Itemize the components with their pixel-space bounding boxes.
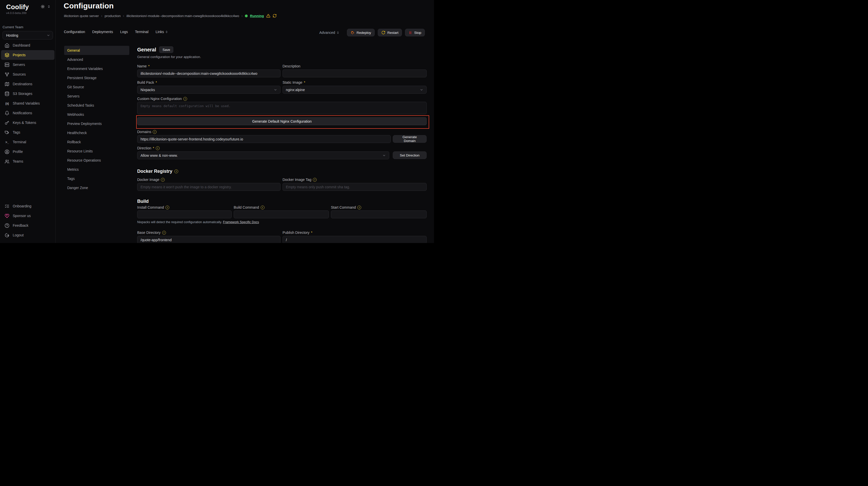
generate-nginx-config-button[interactable]: Generate Default Nginx Configuration bbox=[137, 117, 427, 125]
subnav-resource-limits[interactable]: Resource Limits bbox=[64, 147, 129, 156]
docker-registry-title: Docker Registry bbox=[137, 169, 178, 174]
info-icon[interactable] bbox=[174, 169, 178, 173]
direction-select[interactable]: Allow www & non-www. bbox=[137, 152, 389, 159]
build-command-input[interactable] bbox=[234, 210, 329, 218]
config-subnav: General Advanced Environment Variables P… bbox=[64, 46, 129, 192]
info-icon[interactable] bbox=[261, 205, 265, 209]
sidebar-item-servers[interactable]: Servers bbox=[0, 60, 56, 69]
users-icon bbox=[5, 159, 9, 164]
subnav-tags[interactable]: Tags bbox=[64, 174, 129, 183]
sidebar-item-tags[interactable]: Tags bbox=[0, 128, 56, 137]
info-icon[interactable] bbox=[165, 205, 169, 209]
sidebar-item-label: S3 Storages bbox=[13, 92, 32, 96]
sidebar-item-logout[interactable]: Logout bbox=[0, 230, 56, 240]
docker-image-tag-input[interactable] bbox=[283, 183, 427, 191]
subnav-advanced[interactable]: Advanced bbox=[64, 55, 129, 64]
sidebar-item-terminal[interactable]: >_ Terminal bbox=[0, 137, 56, 147]
sidebar-nav: Dashboard Projects Servers Sources Desti… bbox=[0, 40, 56, 166]
custom-nginx-textarea[interactable] bbox=[137, 102, 427, 114]
sidebar-item-feedback[interactable]: Feedback bbox=[0, 221, 56, 230]
tab-configuration[interactable]: Configuration bbox=[64, 30, 85, 34]
sidebar-item-s3-storages[interactable]: S3 Storages bbox=[0, 89, 56, 98]
heart-icon bbox=[5, 214, 9, 218]
subnav-healthcheck[interactable]: Healthcheck bbox=[64, 128, 129, 137]
sidebar-item-sponsor[interactable]: Sponsor us bbox=[0, 211, 56, 221]
sidebar-item-label: Servers bbox=[13, 63, 25, 67]
required-asterisk: * bbox=[156, 80, 157, 85]
info-icon[interactable] bbox=[153, 130, 157, 134]
sidebar-item-label: Sources bbox=[13, 72, 26, 76]
static-image-select[interactable]: nginx:alpine bbox=[283, 86, 427, 94]
sidebar-item-label: Tags bbox=[13, 130, 20, 134]
breadcrumb-project[interactable]: illicitonion quote server bbox=[64, 14, 99, 18]
theme-chevrons-icon[interactable] bbox=[48, 5, 51, 8]
info-icon[interactable] bbox=[162, 231, 166, 235]
domains-input[interactable] bbox=[137, 135, 391, 143]
info-icon[interactable] bbox=[183, 97, 187, 101]
sidebar-item-projects[interactable]: Projects bbox=[1, 50, 55, 60]
sidebar-item-keys-tokens[interactable]: Keys & Tokens bbox=[0, 118, 56, 128]
subnav-rollback[interactable]: Rollback bbox=[64, 137, 129, 147]
generate-domain-button[interactable]: Generate Domain bbox=[393, 135, 427, 143]
theme-sun-icon[interactable] bbox=[41, 5, 45, 9]
info-icon[interactable] bbox=[313, 178, 317, 182]
home-icon bbox=[5, 43, 9, 48]
publish-directory-input[interactable] bbox=[283, 236, 427, 243]
static-image-value: nginx:alpine bbox=[286, 88, 305, 92]
set-direction-button[interactable]: Set Direction bbox=[393, 152, 427, 159]
info-icon[interactable] bbox=[358, 205, 361, 209]
start-command-input[interactable] bbox=[331, 210, 427, 218]
install-command-input[interactable] bbox=[137, 210, 231, 218]
name-input[interactable] bbox=[137, 69, 280, 77]
sidebar-item-shared-variables[interactable]: (x) Shared Variables bbox=[0, 98, 56, 108]
subnav-git-source[interactable]: Git Source bbox=[64, 83, 129, 92]
bell-icon bbox=[5, 111, 9, 116]
custom-nginx-label: Custom Nginx Configuration bbox=[137, 97, 187, 101]
help-circle-icon bbox=[5, 223, 9, 228]
sidebar-item-destinations[interactable]: Destinations bbox=[0, 79, 56, 89]
sidebar-item-notifications[interactable]: Notifications bbox=[0, 108, 56, 118]
subnav-danger-zone[interactable]: Danger Zone bbox=[64, 183, 129, 192]
key-icon bbox=[5, 120, 9, 125]
info-icon[interactable] bbox=[161, 178, 165, 182]
coolify-app: Coolify v4.0.0-beta.399 Current Team Hos… bbox=[0, 0, 434, 243]
subnav-persistent-storage[interactable]: Persistent Storage bbox=[64, 73, 129, 83]
sidebar-item-dashboard[interactable]: Dashboard bbox=[0, 40, 56, 50]
subnav-webhooks[interactable]: Webhooks bbox=[64, 110, 129, 119]
build-pack-select[interactable]: Nixpacks bbox=[137, 86, 280, 94]
build-pack-label: Build Pack* bbox=[137, 80, 157, 85]
subnav-metrics[interactable]: Metrics bbox=[64, 165, 129, 174]
subnav-preview-deployments[interactable]: Preview Deployments bbox=[64, 119, 129, 128]
subnav-scheduled-tasks[interactable]: Scheduled Tasks bbox=[64, 101, 129, 110]
chevron-down-icon bbox=[46, 34, 50, 37]
docker-image-input[interactable] bbox=[137, 183, 280, 191]
page-title: Configuration bbox=[64, 2, 114, 10]
sidebar-item-sources[interactable]: Sources bbox=[0, 69, 56, 79]
sidebar-item-label: Sponsor us bbox=[13, 214, 31, 218]
subnav-environment-variables[interactable]: Environment Variables bbox=[64, 64, 129, 73]
sidebar-item-onboarding[interactable]: Onboarding bbox=[0, 201, 56, 211]
team-select-value: Hosting bbox=[6, 33, 18, 37]
info-icon[interactable] bbox=[156, 146, 160, 150]
description-input[interactable] bbox=[283, 69, 427, 77]
team-select[interactable]: Hosting bbox=[3, 31, 53, 39]
required-asterisk: * bbox=[311, 230, 312, 235]
tags-icon bbox=[5, 130, 9, 135]
docker-image-tag-label: Docker Image Tag bbox=[283, 177, 317, 182]
sidebar-footer: Onboarding Sponsor us Feedback Logout bbox=[0, 201, 56, 240]
subnav-general[interactable]: General bbox=[64, 46, 129, 55]
framework-docs-link[interactable]: Framework Specific Docs bbox=[223, 220, 259, 224]
tab-logs[interactable]: Logs bbox=[120, 30, 128, 34]
save-button[interactable]: Save bbox=[159, 46, 173, 53]
subnav-resource-operations[interactable]: Resource Operations bbox=[64, 156, 129, 165]
build-pack-value: Nixpacks bbox=[141, 88, 155, 92]
sidebar-item-profile[interactable]: Profile bbox=[0, 147, 56, 157]
tab-deployments[interactable]: Deployments bbox=[92, 30, 113, 34]
breadcrumb-environment[interactable]: production bbox=[104, 14, 121, 18]
sidebar-item-label: Teams bbox=[13, 159, 23, 163]
sidebar-item-label: Logout bbox=[13, 233, 24, 237]
build-command-label: Build Command bbox=[234, 205, 265, 209]
base-directory-input[interactable] bbox=[137, 236, 280, 243]
sidebar-item-teams[interactable]: Teams bbox=[0, 157, 56, 166]
subnav-servers[interactable]: Servers bbox=[64, 92, 129, 101]
